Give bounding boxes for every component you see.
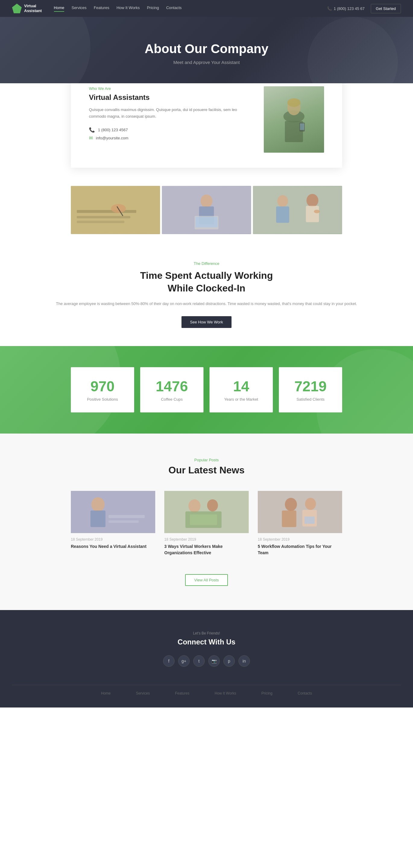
svg-rect-8 (77, 216, 131, 218)
gallery-image-1-content (71, 186, 160, 234)
email-icon: ✉ (89, 135, 93, 141)
svg-rect-26 (108, 515, 145, 518)
about-image-container (264, 86, 324, 153)
svg-rect-5 (300, 123, 304, 130)
news-date-3: 18 September 2019 (258, 537, 342, 541)
nav-phone: 📞 1 (800) 123 45 67 (327, 6, 365, 11)
news-grid: 18 September 2019 Reasons You Need a Vir… (71, 491, 342, 556)
facebook-icon[interactable]: f (163, 655, 175, 667)
gallery-image-1 (71, 186, 160, 234)
stat-coffee-cups: 1476 Coffee Cups (140, 367, 204, 412)
svg-rect-9 (77, 221, 125, 223)
svg-point-34 (285, 498, 297, 511)
view-all-posts-button[interactable]: View All Posts (185, 574, 228, 586)
svg-rect-25 (91, 510, 105, 527)
hero-title: About Our Company (145, 42, 269, 56)
footer: Let's Be Friends! Connect With Us f g+ t… (0, 610, 413, 708)
svg-rect-21 (306, 206, 319, 222)
stat-number-clients: 7219 (291, 378, 330, 395)
news-title-3: 5 Workflow Automation Tips for Your Team (258, 544, 342, 556)
about-email: ✉ info@yoursite.com (89, 135, 246, 141)
stat-number-years: 14 (221, 378, 261, 395)
footer-features-link[interactable]: Features (175, 691, 189, 695)
news-title-2: 3 Ways Virtual Workers Make Organization… (164, 544, 249, 556)
google-plus-icon[interactable]: g+ (178, 655, 190, 667)
nav-home[interactable]: Home (54, 5, 65, 12)
twitter-icon[interactable]: t (193, 655, 205, 667)
gallery-image-2-content (162, 186, 251, 234)
about-title: Virtual Assistants (89, 93, 246, 102)
footer-pricing-link[interactable]: Pricing (262, 691, 273, 695)
svg-rect-27 (108, 521, 139, 523)
nav-links: Home Services Features How It Works Pric… (54, 5, 327, 12)
stat-label-solutions: Positive Solutions (83, 397, 122, 402)
gallery-image-2 (162, 186, 251, 234)
news-tag: Popular Posts (12, 458, 401, 462)
stats-grid: 970 Positive Solutions 1476 Coffee Cups … (71, 367, 342, 412)
svg-point-35 (305, 498, 316, 510)
svg-rect-17 (253, 186, 342, 234)
svg-rect-32 (190, 515, 217, 525)
svg-rect-7 (77, 210, 136, 213)
get-started-button[interactable]: Get Started (371, 4, 401, 13)
logo[interactable]: Virtual Assistant (12, 4, 42, 13)
svg-point-22 (314, 210, 320, 213)
footer-home-link[interactable]: Home (101, 691, 111, 695)
news-date-2: 18 September 2019 (164, 537, 249, 541)
svg-rect-19 (276, 206, 289, 223)
svg-rect-36 (282, 510, 296, 527)
news-card-3: 18 September 2019 5 Workflow Automation … (258, 491, 342, 556)
stat-years: 14 Years or the Market (209, 367, 273, 412)
stat-number-solutions: 970 (83, 378, 122, 395)
svg-point-30 (207, 499, 218, 512)
footer-how-it-works-link[interactable]: How It Works (215, 691, 236, 695)
news-title: Our Latest News (12, 465, 401, 476)
stat-label-years: Years or the Market (221, 397, 261, 402)
svg-point-13 (201, 195, 212, 208)
svg-rect-16 (195, 217, 217, 227)
about-image (264, 86, 324, 153)
footer-services-link[interactable]: Services (136, 691, 150, 695)
gallery-section (71, 186, 342, 234)
social-links: f g+ t 📷 p in (12, 655, 401, 667)
nav-services[interactable]: Services (71, 5, 87, 12)
logo-text: Virtual Assistant (24, 4, 42, 13)
footer-tag: Let's Be Friends! (12, 631, 401, 636)
about-section: Who We Are Virtual Assistants Quisque co… (71, 71, 342, 168)
svg-point-2 (287, 98, 301, 107)
nav-features[interactable]: Features (94, 5, 109, 12)
news-image-1 (71, 491, 155, 533)
about-left: Who We Are Virtual Assistants Quisque co… (89, 86, 246, 141)
navbar: Virtual Assistant Home Services Features… (0, 0, 413, 17)
svg-point-18 (277, 195, 288, 207)
news-date-1: 18 September 2019 (71, 537, 155, 541)
nav-pricing[interactable]: Pricing (147, 5, 159, 12)
nav-contacts[interactable]: Contacts (166, 5, 181, 12)
pinterest-icon[interactable]: p (223, 655, 235, 667)
news-image-2 (164, 491, 249, 533)
gallery-image-3-content (253, 186, 342, 234)
hero-subtitle: Meet and Approve Your Assistant (145, 60, 269, 65)
about-contact: 📞 1 (800) 123 4567 ✉ info@yoursite.com (89, 127, 246, 141)
nav-how-it-works[interactable]: How It Works (116, 5, 140, 12)
footer-title: Connect With Us (12, 638, 401, 646)
stat-label-clients: Satisfied Clients (291, 397, 330, 402)
news-title-1: Reasons You Need a Virtual Assistant (71, 544, 155, 550)
svg-rect-33 (258, 491, 342, 533)
difference-tag: The Difference (12, 261, 401, 266)
about-tag: Who We Are (89, 86, 246, 91)
stat-label-coffee: Coffee Cups (152, 397, 192, 402)
see-how-we-work-button[interactable]: See How We Work (181, 316, 231, 328)
hero-section: About Our Company Meet and Approve Your … (0, 17, 413, 83)
linkedin-icon[interactable]: in (238, 655, 250, 667)
stat-number-coffee: 1476 (152, 378, 192, 395)
gallery-image-3 (253, 186, 342, 234)
phone-icon: 📞 (89, 127, 95, 133)
footer-contacts-link[interactable]: Contacts (298, 691, 312, 695)
difference-description: The average employee is wasting between … (12, 301, 401, 307)
footer-bottom: Home Services Features How It Works Pric… (12, 685, 401, 695)
stats-section: 970 Positive Solutions 1476 Coffee Cups … (0, 346, 413, 434)
svg-rect-23 (71, 491, 155, 533)
about-phone: 📞 1 (800) 123 4567 (89, 127, 246, 133)
instagram-icon[interactable]: 📷 (208, 655, 220, 667)
